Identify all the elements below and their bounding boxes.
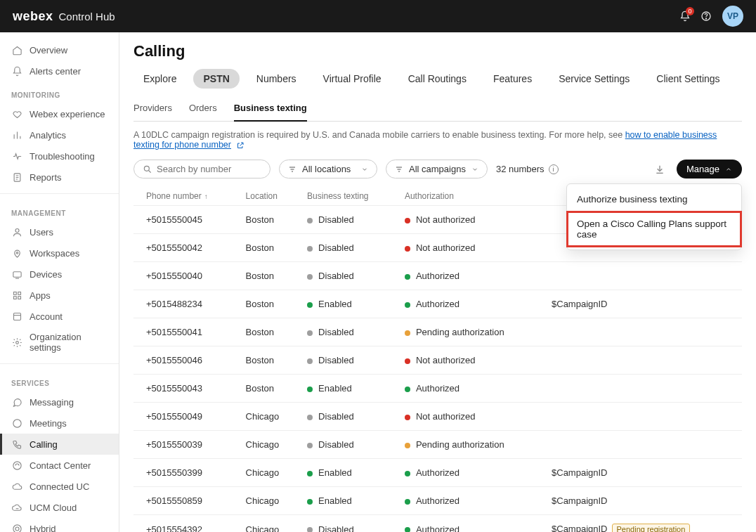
tab-explore[interactable]: Explore (133, 69, 186, 89)
sidebar-item-reports[interactable]: Reports (0, 167, 119, 188)
status-dot-icon (307, 274, 313, 280)
help-icon[interactable] (696, 6, 717, 27)
cell-business-texting: Disabled (300, 234, 398, 262)
filter-icon (288, 165, 296, 174)
tab-client-settings[interactable]: Client Settings (646, 69, 729, 89)
sidebar-item-connected-uc[interactable]: Connected UC (0, 476, 119, 497)
search-input[interactable] (157, 164, 275, 174)
sidebar-item-workspaces[interactable]: Workspaces (0, 242, 119, 264)
svg-point-1 (705, 18, 706, 19)
sidebar-item-label: Troubleshooting (30, 151, 95, 162)
status-dot-icon (405, 443, 410, 448)
tab-features[interactable]: Features (483, 69, 542, 89)
column-header[interactable]: Phone number↑ (133, 187, 239, 206)
sidebar-item-calling[interactable]: Calling (0, 434, 119, 455)
status-dot-icon (307, 527, 313, 532)
sidebar-item-label: Connected UC (30, 481, 89, 492)
cell-location: Boston (239, 206, 301, 234)
sidebar-item-analytics[interactable]: Analytics (0, 124, 119, 145)
subtab-orders[interactable]: Orders (189, 98, 217, 121)
table-row[interactable]: +5015550039 Chicago Disabled Pending aut… (133, 431, 742, 459)
doc-icon (11, 171, 22, 183)
sidebar-item-account[interactable]: Account (0, 306, 119, 327)
table-row[interactable]: +5015550046 Boston Disabled Not authoriz… (133, 346, 742, 375)
device-icon (11, 268, 22, 280)
download-icon[interactable] (651, 161, 668, 178)
tab-numbers[interactable]: Numbers (247, 69, 306, 89)
tab-virtual-profile[interactable]: Virtual Profile (313, 69, 391, 89)
chevron-down-icon (361, 166, 368, 173)
cell-business-texting: Enabled (300, 487, 398, 515)
table-row[interactable]: +5015488234 Boston Enabled Authorized $C… (133, 290, 742, 318)
table-row[interactable]: +5015554392 Chicago Disabled Authorized … (133, 515, 742, 533)
cell-authorization: Authorized (398, 262, 545, 290)
tab-call-routings[interactable]: Call Routings (398, 69, 476, 89)
brand: webex Control Hub (13, 9, 115, 24)
tab-pstn[interactable]: PSTN (193, 69, 239, 89)
sidebar-item-troubleshooting[interactable]: Troubleshooting (0, 145, 119, 167)
table-row[interactable]: +5015550041 Boston Disabled Pending auth… (133, 318, 742, 346)
sidebar-item-contact-center[interactable]: Contact Center (0, 455, 119, 476)
cell-authorization: Pending authorization (398, 318, 545, 346)
manage-button[interactable]: Manage (677, 160, 742, 179)
tab-service-settings[interactable]: Service Settings (549, 69, 639, 89)
bell-icon (11, 65, 22, 77)
status-dot-icon (405, 499, 410, 505)
table-row[interactable]: +5015550040 Boston Disabled Authorized (133, 262, 742, 290)
status-dot-icon (307, 302, 313, 308)
cell-campaign (545, 346, 742, 375)
svg-point-15 (15, 527, 19, 531)
sidebar-item-devices[interactable]: Devices (0, 264, 119, 285)
table-row[interactable]: +5015550043 Boston Enabled Authorized (133, 375, 742, 403)
table-row[interactable]: +5015550049 Chicago Disabled Not authori… (133, 403, 742, 431)
sidebar-item-users[interactable]: Users (0, 221, 119, 242)
sidebar-item-webex-experience[interactable]: Webex experience (0, 103, 119, 124)
sidebar-item-apps[interactable]: Apps (0, 285, 119, 306)
cell-location: Chicago (239, 431, 301, 459)
column-header[interactable]: Location (239, 187, 301, 206)
page-title: Calling (133, 42, 742, 60)
cell-authorization: Not authorized (398, 234, 545, 262)
cell-business-texting: Disabled (300, 515, 398, 533)
sidebar-item-alerts-center[interactable]: Alerts center (0, 60, 119, 82)
location-filter[interactable]: All locations (279, 160, 377, 179)
search-input-wrapper[interactable] (133, 160, 271, 179)
cc-icon (11, 460, 22, 471)
sidebar-item-organization-settings[interactable]: Organization settings (0, 327, 119, 358)
sidebar-item-hybrid[interactable]: Hybrid (0, 518, 119, 532)
subtab-providers[interactable]: Providers (133, 98, 172, 121)
gear-icon (11, 337, 22, 348)
svg-point-4 (16, 252, 18, 254)
cell-phone: +5015554392 (133, 515, 239, 533)
status-dot-icon (405, 358, 410, 364)
status-dot-icon (307, 387, 313, 392)
brand-logo: webex (13, 9, 53, 24)
sidebar-item-overview[interactable]: Overview (0, 39, 119, 60)
sidebar-item-label: Calling (30, 439, 58, 450)
sidebar-item-meetings[interactable]: Meetings (0, 413, 119, 434)
sidebar-section-header: MONITORING (0, 82, 119, 103)
results-count-label: 32 numbers (496, 164, 545, 174)
sidebar-item-ucm-cloud[interactable]: UCM Cloud (0, 497, 119, 518)
column-header[interactable]: Business texting (300, 187, 398, 206)
status-dot-icon (405, 330, 410, 336)
topbar: webex Control Hub 0 VP (0, 0, 756, 32)
status-dot-icon (405, 274, 410, 280)
campaign-filter[interactable]: All campaigns (386, 160, 488, 179)
subtab-business-texting[interactable]: Business texting (234, 98, 307, 122)
menu-item-open-support-case[interactable]: Open a Cisco Calling Plans support case (567, 212, 741, 247)
column-header[interactable]: Authorization (398, 187, 545, 206)
sidebar-item-messaging[interactable]: Messaging (0, 391, 119, 413)
pin-icon (11, 247, 22, 259)
table-row[interactable]: +5015550859 Chicago Enabled Authorized $… (133, 487, 742, 515)
sidebar-item-label: Overview (30, 45, 67, 56)
avatar[interactable]: VP (722, 6, 743, 27)
info-icon[interactable]: i (549, 164, 559, 174)
menu-item-authorize[interactable]: Authorize business texting (567, 187, 741, 212)
cell-location: Chicago (239, 403, 301, 431)
table-row[interactable]: +5015550399 Chicago Enabled Authorized $… (133, 459, 742, 487)
sidebar-item-label: Webex experience (30, 109, 105, 119)
cell-business-texting: Enabled (300, 375, 398, 403)
status-dot-icon (307, 218, 313, 223)
notifications-bell-icon[interactable]: 0 (674, 6, 696, 27)
